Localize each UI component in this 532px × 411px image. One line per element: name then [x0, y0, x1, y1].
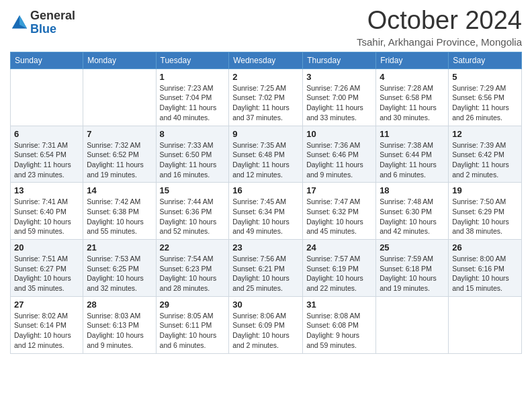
- col-sunday: Sunday: [11, 52, 83, 68]
- table-row: 2Sunrise: 7:25 AMSunset: 7:02 PMDaylight…: [229, 68, 303, 126]
- day-number: 16: [232, 185, 299, 195]
- day-number: 30: [232, 300, 299, 310]
- day-info: Sunrise: 7:41 AMSunset: 6:40 PMDaylight:…: [14, 197, 79, 236]
- table-row: 5Sunrise: 7:29 AMSunset: 6:56 PMDaylight…: [449, 68, 522, 126]
- calendar-week-1: 1Sunrise: 7:23 AMSunset: 7:04 PMDaylight…: [11, 68, 522, 126]
- logo-blue: Blue: [30, 23, 75, 36]
- day-info: Sunrise: 7:26 AMSunset: 7:00 PMDaylight:…: [306, 83, 372, 123]
- day-info: Sunrise: 8:06 AMSunset: 6:09 PMDaylight:…: [232, 311, 299, 351]
- day-info: Sunrise: 7:29 AMSunset: 6:56 PMDaylight:…: [452, 83, 518, 123]
- day-number: 27: [14, 300, 79, 310]
- col-saturday: Saturday: [449, 52, 522, 68]
- table-row: [376, 296, 449, 353]
- title-area: October 2024 Tsahir, Arkhangai Province,…: [357, 7, 522, 48]
- table-row: 8Sunrise: 7:33 AMSunset: 6:50 PMDaylight…: [156, 126, 229, 183]
- day-info: Sunrise: 7:23 AMSunset: 7:04 PMDaylight:…: [160, 83, 226, 123]
- table-row: [449, 296, 522, 353]
- table-row: 10Sunrise: 7:36 AMSunset: 6:46 PMDayligh…: [303, 126, 376, 183]
- day-info: Sunrise: 7:33 AMSunset: 6:50 PMDaylight:…: [160, 140, 226, 180]
- calendar-table: Sunday Monday Tuesday Wednesday Thursday…: [10, 52, 522, 354]
- table-row: 26Sunrise: 8:00 AMSunset: 6:16 PMDayligh…: [449, 240, 522, 297]
- day-number: 18: [380, 185, 445, 195]
- day-info: Sunrise: 7:44 AMSunset: 6:36 PMDaylight:…: [160, 197, 226, 236]
- day-number: 1: [160, 72, 226, 82]
- col-wednesday: Wednesday: [229, 52, 303, 68]
- calendar-week-5: 27Sunrise: 8:02 AMSunset: 6:14 PMDayligh…: [11, 296, 522, 353]
- day-info: Sunrise: 8:00 AMSunset: 6:16 PMDaylight:…: [452, 254, 518, 293]
- day-number: 14: [87, 185, 152, 195]
- day-number: 26: [452, 242, 518, 253]
- day-number: 17: [306, 185, 372, 195]
- table-row: [83, 68, 156, 126]
- day-info: Sunrise: 7:36 AMSunset: 6:46 PMDaylight:…: [306, 140, 372, 180]
- col-friday: Friday: [376, 52, 449, 68]
- day-info: Sunrise: 8:03 AMSunset: 6:13 PMDaylight:…: [87, 311, 152, 351]
- table-row: 13Sunrise: 7:41 AMSunset: 6:40 PMDayligh…: [11, 183, 83, 240]
- day-number: 8: [160, 129, 226, 139]
- table-row: 9Sunrise: 7:35 AMSunset: 6:48 PMDaylight…: [229, 126, 303, 183]
- day-info: Sunrise: 7:59 AMSunset: 6:18 PMDaylight:…: [380, 254, 445, 293]
- day-number: 20: [14, 242, 79, 253]
- day-number: 21: [87, 242, 152, 253]
- day-number: 5: [452, 72, 518, 82]
- day-info: Sunrise: 7:57 AMSunset: 6:19 PMDaylight:…: [306, 254, 372, 293]
- table-row: 17Sunrise: 7:47 AMSunset: 6:32 PMDayligh…: [303, 183, 376, 240]
- day-number: 19: [452, 185, 518, 195]
- day-number: 25: [380, 242, 445, 253]
- day-info: Sunrise: 7:53 AMSunset: 6:25 PMDaylight:…: [87, 254, 152, 293]
- day-info: Sunrise: 7:28 AMSunset: 6:58 PMDaylight:…: [380, 83, 445, 123]
- day-number: 24: [306, 242, 372, 253]
- table-row: 30Sunrise: 8:06 AMSunset: 6:09 PMDayligh…: [229, 296, 303, 353]
- col-monday: Monday: [83, 52, 156, 68]
- table-row: 18Sunrise: 7:48 AMSunset: 6:30 PMDayligh…: [376, 183, 449, 240]
- table-row: [11, 68, 83, 126]
- table-row: 20Sunrise: 7:51 AMSunset: 6:27 PMDayligh…: [11, 240, 83, 297]
- day-number: 4: [380, 72, 445, 82]
- day-number: 22: [160, 242, 226, 253]
- logo-text: General Blue: [30, 9, 75, 36]
- day-info: Sunrise: 7:42 AMSunset: 6:38 PMDaylight:…: [87, 197, 152, 236]
- table-row: 25Sunrise: 7:59 AMSunset: 6:18 PMDayligh…: [376, 240, 449, 297]
- page: General Blue October 2024 Tsahir, Arkhan…: [0, 0, 532, 364]
- table-row: 3Sunrise: 7:26 AMSunset: 7:00 PMDaylight…: [303, 68, 376, 126]
- table-row: 27Sunrise: 8:02 AMSunset: 6:14 PMDayligh…: [11, 296, 83, 353]
- calendar-week-2: 6Sunrise: 7:31 AMSunset: 6:54 PMDaylight…: [11, 126, 522, 183]
- table-row: 16Sunrise: 7:45 AMSunset: 6:34 PMDayligh…: [229, 183, 303, 240]
- day-info: Sunrise: 7:39 AMSunset: 6:42 PMDaylight:…: [452, 140, 518, 180]
- day-info: Sunrise: 7:38 AMSunset: 6:44 PMDaylight:…: [380, 140, 445, 180]
- day-info: Sunrise: 7:45 AMSunset: 6:34 PMDaylight:…: [232, 197, 299, 236]
- day-info: Sunrise: 7:47 AMSunset: 6:32 PMDaylight:…: [306, 197, 372, 236]
- day-number: 23: [232, 242, 299, 253]
- col-thursday: Thursday: [303, 52, 376, 68]
- table-row: 24Sunrise: 7:57 AMSunset: 6:19 PMDayligh…: [303, 240, 376, 297]
- day-number: 29: [160, 300, 226, 310]
- day-number: 7: [87, 129, 152, 139]
- table-row: 23Sunrise: 7:56 AMSunset: 6:21 PMDayligh…: [229, 240, 303, 297]
- table-row: 14Sunrise: 7:42 AMSunset: 6:38 PMDayligh…: [83, 183, 156, 240]
- table-row: 6Sunrise: 7:31 AMSunset: 6:54 PMDaylight…: [11, 126, 83, 183]
- day-info: Sunrise: 7:31 AMSunset: 6:54 PMDaylight:…: [14, 140, 79, 180]
- table-row: 22Sunrise: 7:54 AMSunset: 6:23 PMDayligh…: [156, 240, 229, 297]
- table-row: 31Sunrise: 8:08 AMSunset: 6:08 PMDayligh…: [303, 296, 376, 353]
- month-title: October 2024: [357, 7, 522, 35]
- header: General Blue October 2024 Tsahir, Arkhan…: [10, 7, 522, 48]
- day-number: 28: [87, 300, 152, 310]
- table-row: 28Sunrise: 8:03 AMSunset: 6:13 PMDayligh…: [83, 296, 156, 353]
- table-row: 7Sunrise: 7:32 AMSunset: 6:52 PMDaylight…: [83, 126, 156, 183]
- day-number: 12: [452, 129, 518, 139]
- day-number: 3: [306, 72, 372, 82]
- subtitle: Tsahir, Arkhangai Province, Mongolia: [357, 36, 522, 48]
- table-row: 15Sunrise: 7:44 AMSunset: 6:36 PMDayligh…: [156, 183, 229, 240]
- day-number: 6: [14, 129, 79, 139]
- day-number: 15: [160, 185, 226, 195]
- day-number: 10: [306, 129, 372, 139]
- calendar-week-4: 20Sunrise: 7:51 AMSunset: 6:27 PMDayligh…: [11, 240, 522, 297]
- day-info: Sunrise: 8:02 AMSunset: 6:14 PMDaylight:…: [14, 311, 79, 351]
- day-number: 31: [306, 300, 372, 310]
- day-number: 2: [232, 72, 299, 82]
- day-info: Sunrise: 7:32 AMSunset: 6:52 PMDaylight:…: [87, 140, 152, 180]
- table-row: 21Sunrise: 7:53 AMSunset: 6:25 PMDayligh…: [83, 240, 156, 297]
- day-info: Sunrise: 7:50 AMSunset: 6:29 PMDaylight:…: [452, 197, 518, 236]
- calendar-header-row: Sunday Monday Tuesday Wednesday Thursday…: [11, 52, 522, 68]
- day-info: Sunrise: 7:56 AMSunset: 6:21 PMDaylight:…: [232, 254, 299, 293]
